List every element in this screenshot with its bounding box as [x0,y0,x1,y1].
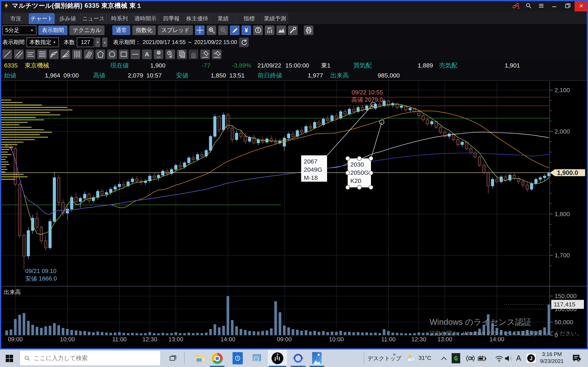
restore-button[interactable] [561,0,575,11]
running-indicator-sync [291,366,305,367]
draw-pencil-button[interactable] [230,25,240,35]
taskbar-clock[interactable]: 3:16 PM 9/23/2021 [536,351,567,365]
print-button[interactable] [304,25,313,35]
icon-stamp-tool[interactable]: icon [154,50,163,59]
tab-earnings[interactable]: 業績 [210,13,236,24]
info-button[interactable] [253,25,263,35]
bars-count-input[interactable] [77,38,94,47]
pitchfork-tool[interactable] [84,50,94,59]
close-button[interactable]: × [575,0,588,11]
taskbar-search[interactable] [20,351,160,366]
horizontal-segment-tool[interactable] [130,50,140,59]
svg-text:14:00: 14:00 [221,336,235,342]
bid-label: 買気配 [354,61,372,70]
tab-tick[interactable]: 歩み値 [55,13,81,24]
svg-text:K20: K20 [350,177,361,184]
tab-disclosure[interactable]: 適時開示 [132,13,158,24]
ime-mode-indicator[interactable]: A [516,354,521,363]
reload-button[interactable] [239,38,249,47]
clock-date: 9/23/2021 [536,358,567,365]
count-increase-button[interactable]: ▲ [102,38,107,47]
battery-icon[interactable] [477,354,487,363]
hand-tool[interactable] [189,50,198,59]
photos-app-icon[interactable] [310,352,323,365]
tray-app-j-icon[interactable]: J [526,353,536,363]
tab-indicators[interactable]: 指標 [236,13,262,24]
desktop-toolbar-expand-icon[interactable]: » [393,351,396,358]
erase-all-tool[interactable]: A [212,50,222,59]
multi-horizontal-lines-tool[interactable] [37,50,47,59]
stock-code: 6335 [4,62,18,69]
interval-select[interactable]: 5分足 ▼ [2,25,36,35]
search-input[interactable] [33,355,140,362]
rectangle-tool[interactable] [119,50,129,59]
low-label: 安値 [176,71,188,80]
drawing-toolbar: A icon A [0,48,588,60]
fibonacci-arcs-tool[interactable] [49,50,59,59]
eraser-tool[interactable] [200,50,210,59]
tab-market[interactable]: 市況 [3,13,29,24]
tab-news[interactable]: ニュース [81,13,107,24]
indexed-mode-button[interactable]: 指数化 [132,25,156,35]
ellipse-tool[interactable] [107,50,117,59]
tray-green-g-icon[interactable]: G [451,353,461,363]
technical-button[interactable]: テクニカル [69,25,104,35]
event-marker-tool[interactable] [165,50,175,59]
fan-lines-tool[interactable] [61,50,70,59]
speaker-icon[interactable] [503,354,514,363]
link-group-icon[interactable]: 1 [510,0,522,11]
parallel-lines-tool[interactable] [14,50,24,59]
snip-tool-icon[interactable] [250,352,263,365]
svg-text:1,700: 1,700 [554,252,570,259]
titlebar-search-icon[interactable] [522,0,535,11]
trading-app-icon-active[interactable]: R [268,350,287,367]
open-time: 09:00 [63,72,79,79]
notification-center-button[interactable] [571,354,581,363]
running-indicator-chrome [210,366,225,367]
tab-shikiho[interactable]: 四季報 [158,13,184,24]
minimize-button[interactable] [548,0,561,11]
alarms-clock-app-icon[interactable] [231,352,244,365]
start-button[interactable] [4,353,15,364]
svg-text:2050G: 2050G [350,169,369,176]
weather-icon[interactable] [406,353,417,363]
pentagon-tool[interactable] [95,50,105,59]
area-chart-button[interactable] [277,25,286,35]
svg-text:09:00: 09:00 [8,336,23,342]
yen-scale-button[interactable]: ¥ [242,25,251,35]
titlebar-menu-icon[interactable] [535,0,548,11]
tray-camera-icon[interactable] [466,354,475,363]
count-decrease-button[interactable]: ▼ [95,38,100,47]
tab-earnings-forecast[interactable]: 業績予測 [262,13,288,24]
wifi-icon[interactable] [494,354,504,363]
copy-object-tool[interactable] [177,50,187,59]
svg-text:0: 0 [554,332,558,338]
crosshair-tool-button[interactable] [195,25,205,35]
horizontal-lines-tool[interactable] [26,50,35,59]
trendline-tool[interactable] [2,50,12,59]
market-section: 東1 [321,61,330,70]
tab-chart[interactable]: チャート [29,13,55,24]
vertical-lines-tool[interactable] [72,50,82,59]
tab-time-series[interactable]: 時系列 [107,13,132,24]
zoom-out-button[interactable] [218,25,228,35]
tab-shareholder-benefit[interactable]: 株主優待 [184,13,210,24]
normal-mode-button[interactable]: 通常 [112,25,130,35]
svg-text:A: A [214,52,216,55]
display-period-button[interactable]: 表示期間 [38,25,67,35]
text-tool[interactable]: A [142,50,152,59]
settings-wrench-button[interactable] [288,25,298,35]
svg-text:2049G: 2049G [304,166,322,173]
zoom-in-button[interactable] [207,25,216,35]
candlestick-chart[interactable]: 09:0010:0011:0012:3013:0014:0009:0010:00… [0,81,588,348]
sync-app-icon[interactable] [292,352,305,365]
file-explorer-icon[interactable] [194,353,206,364]
temperature-label[interactable]: 31°C [419,355,432,361]
hidden-icons-chevron[interactable] [439,354,448,363]
spread-mode-button[interactable]: スプレッド [158,25,193,35]
desktop-toolbar-label[interactable]: デスクトップ [367,355,401,362]
chrome-icon[interactable] [211,352,224,365]
task-view-button[interactable] [167,353,179,364]
period-mode-select[interactable]: 本数指定 ▼ [26,38,59,47]
my-indicator-button[interactable]: MY [265,25,274,35]
